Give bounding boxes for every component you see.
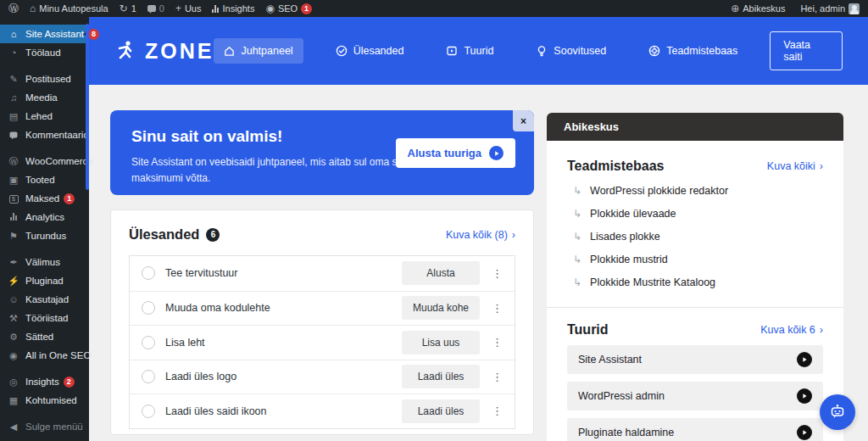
chevron-right-icon: › [512,229,515,241]
kebab-menu-icon[interactable]: ⋮ [492,337,503,348]
start-tour-button[interactable]: Alusta tuuriga [396,138,515,168]
sidebar-item-tools[interactable]: ⚒ Tööriistad [0,309,89,327]
seo-badge: 1 [301,3,312,14]
help-center-panel: Abikeskus Teadmistebaas Kuva kõiki › ↳ W… [547,113,843,441]
sidebar-item-posts[interactable]: ✎ Postitused [0,70,89,88]
task-row: Lisa leht Lisa uus ⋮ [130,325,515,360]
assistant-fab-button[interactable] [820,394,855,430]
home-icon: ⌂ [30,3,36,14]
tour-item[interactable]: Site Assistant [567,345,823,374]
chevron-right-icon: › [820,160,823,172]
pages-icon: ▤ [7,112,20,121]
kb-article-link[interactable]: ↳ Plokkide ülevaade [567,208,823,220]
sidebar-item-products[interactable]: ▣ Tooted [0,170,89,189]
sidebar-item-users[interactable]: ☺ Kasutajad [0,290,89,309]
sidebar-item-analytics[interactable]: Analytics [0,208,89,226]
tours-view-all-link[interactable]: Kuva kõik 6 › [760,324,823,336]
tour-slides-icon [446,45,458,57]
task-row: Muuda oma kodulehte Muuda kohe ⋮ [130,291,515,326]
sidebar-item-site-assistant[interactable]: ⌂ Site Assistant 8 [0,25,89,43]
task-checkbox[interactable] [142,301,155,315]
admin-bar-comments[interactable]: 0 [147,3,164,14]
sidebar-item-appearance[interactable]: ✒ Välimus [0,253,89,271]
insights-icon: ◎ [7,377,20,387]
kebab-menu-icon[interactable]: ⋮ [492,303,503,314]
sidebar-item-media[interactable]: ♫ Meedia [0,88,89,107]
task-action-button[interactable]: Muuda kohe [402,296,480,320]
sidebar-item-collapse-menu[interactable]: ◀ Sulge menüü [0,417,89,436]
plus-icon: + [175,3,181,14]
sidebar-item-settings[interactable]: ⚙ Sätted [0,327,89,346]
branch-arrow-icon: ↳ [573,208,581,220]
branch-arrow-icon: ↳ [573,185,581,197]
chevron-right-icon: › [820,324,823,336]
task-list: Tee tervitustuur Alusta ⋮ Muuda oma kodu… [129,255,515,429]
sidebar-item-pages[interactable]: ▤ Lehed [0,107,89,126]
admin-bar-site-name[interactable]: ⌂ Minu Autopesula [30,3,108,14]
sidebar-item-aioseo[interactable]: ◉ All in One SEO [0,346,89,365]
sidebar-item-comments[interactable]: Kommentaarid [0,126,89,144]
sidebar-item-payments[interactable]: $ Maksed 1 [0,189,89,208]
kb-article-link[interactable]: ↳ Lisades plokke [567,231,823,243]
task-action-button[interactable]: Laadi üles [402,365,480,388]
plugin-icon: ⚡ [7,276,20,286]
wp-admin-bar: Ⓦ ⌂ Minu Autopesula ↻ 1 0 + Uus Insights… [0,0,868,17]
running-person-icon [114,40,136,62]
sidebar-item-woocommerce[interactable]: Ⓦ WooCommerce [0,152,89,170]
kebab-menu-icon[interactable]: ⋮ [492,405,503,416]
collapse-icon: ◀ [7,422,20,432]
kebab-menu-icon[interactable]: ⋮ [492,268,503,279]
admin-bar-account[interactable]: Hei, admin [800,3,860,14]
admin-bar-help-center[interactable]: ⊕ Abikeskus [731,3,785,14]
sidebar-item-plugins[interactable]: ⚡ Pluginad [0,271,89,290]
sidebar-item-dashboard[interactable]: ◔ Töölaud [0,43,89,62]
tasks-card: Ülesanded 6 Kuva kõik (8) › Tee tervitus… [110,209,534,435]
view-site-button[interactable]: Vaata saiti [770,31,843,70]
task-row: Laadi üles saidi ikoon Laadi üles ⋮ [130,394,515,428]
task-checkbox[interactable] [142,336,155,349]
brand-name: ZONE [145,39,214,64]
nav-tab-tours[interactable]: Tuurid [436,38,504,64]
kb-article-link[interactable]: ↳ Plokkide Mustrite Kataloog [567,276,823,288]
admin-bar-new[interactable]: + Uus [175,3,202,14]
tour-item[interactable]: WordPressi admin [567,382,823,410]
tasks-view-all-link[interactable]: Kuva kõik (8) › [446,229,515,241]
close-icon[interactable]: × [513,110,534,131]
task-action-button[interactable]: Laadi üles [402,399,480,423]
task-action-button[interactable]: Lisa uus [402,331,480,354]
task-action-button[interactable]: Alusta [402,261,480,285]
wordpress-logo-icon[interactable]: Ⓦ [8,3,19,14]
task-checkbox[interactable] [142,405,155,418]
nav-tab-knowledge-base[interactable]: Teadmistebaas [638,38,748,64]
admin-bar-insights[interactable]: Insights [212,3,254,14]
task-checkbox[interactable] [142,370,155,383]
branch-arrow-icon: ↳ [573,254,581,265]
zone-logo[interactable]: ZONE [114,39,214,64]
comment-icon [7,131,20,140]
tours-title: Tuurid [567,322,609,338]
sidebar-item-insights[interactable]: ◎ Insights 2 [0,372,89,391]
wrench-icon: ⚒ [7,314,20,323]
banner-title: Sinu sait on valmis! [131,127,282,146]
kb-article-link[interactable]: ↳ Plokkide mustrid [567,254,823,265]
sidebar-item-marketing[interactable]: ⚑ Turundus [0,226,89,245]
admin-bar-seo[interactable]: ◉ SEO 1 [265,3,312,14]
main-content: Sinu sait on valmis! Site Assistant on v… [89,85,868,441]
nav-tab-tasks[interactable]: Ülesanded [326,38,415,64]
task-checkbox[interactable] [142,266,155,280]
sidebar-item-meetings[interactable]: ▦ Kohtumised [0,391,89,410]
branch-arrow-icon: ↳ [573,231,581,243]
aioseo-icon: ◉ [7,351,20,360]
nav-tab-recommendations[interactable]: Soovitused [526,38,616,64]
nav-tab-dashboard[interactable]: Juhtpaneel [214,38,303,64]
kb-view-all-link[interactable]: Kuva kõiki › [767,160,823,172]
tour-item[interactable]: Pluginate haldamine [567,418,823,441]
globe-icon: ⊕ [731,3,739,14]
bag-icon: ▣ [7,176,20,185]
kebab-menu-icon[interactable]: ⋮ [492,371,503,382]
kb-article-link[interactable]: ↳ WordPressi plokkide redaktor [567,185,823,197]
sidebar-scrollbar[interactable] [86,24,89,190]
sidebar-badge: 2 [64,377,75,388]
settings-icon: ⚙ [7,332,20,342]
admin-bar-updates[interactable]: ↻ 1 [120,3,136,14]
